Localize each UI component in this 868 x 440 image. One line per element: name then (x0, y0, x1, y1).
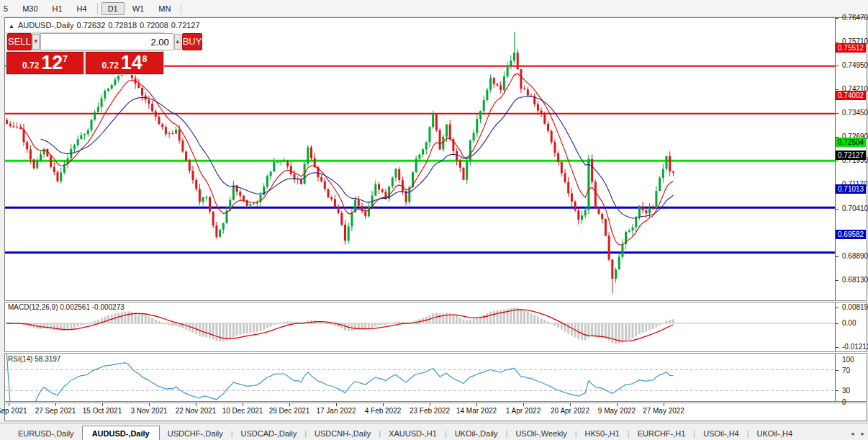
chart-tab-eurchfh1[interactable]: EURCHF-,H1 (630, 426, 694, 440)
level-price-badge: 0.69582 (836, 230, 866, 239)
buy-price-point: 8 (143, 54, 148, 64)
date-tick (570, 403, 571, 406)
price-tick-label: 0.76470 (842, 14, 868, 22)
buy-price-display[interactable]: 0.72148 (86, 52, 163, 74)
rsi-panel[interactable] (5, 354, 835, 401)
timeframe-w1[interactable]: W1 (126, 2, 151, 15)
sell-price-base: 0.72 (22, 60, 39, 71)
price-tick-label: 0.74950 (842, 61, 868, 69)
buy-button[interactable]: BUY (182, 33, 203, 50)
price-tick (836, 256, 838, 257)
timeframe-mn[interactable]: MN (152, 2, 177, 15)
volume-decrease-button[interactable]: ▼ (32, 34, 40, 50)
date-label: 22 Nov 2021 (176, 407, 217, 415)
chart-tab-usoilh4[interactable]: USOil-,H4 (695, 426, 747, 440)
date-tick (289, 403, 290, 406)
timeframe-h1[interactable]: H1 (46, 2, 69, 15)
chart-tab-usdcnhdaily[interactable]: USDCNH-,Daily (307, 426, 379, 440)
price-tick (836, 66, 838, 66)
price-tick (836, 89, 838, 90)
chart-tab-hk50h1[interactable]: HK50-,H1 (577, 426, 628, 440)
rsi-tick-label: 100 (842, 356, 854, 364)
panel-splitter[interactable] (4, 401, 867, 403)
timeframe-h4[interactable]: H4 (71, 2, 94, 15)
price-tick (836, 113, 838, 114)
timeframe-d1[interactable]: D1 (101, 2, 125, 15)
date-tick (476, 403, 477, 406)
macd-tick (836, 307, 838, 308)
date-label: 17 Jan 2022 (316, 407, 356, 415)
date-tick (149, 403, 150, 406)
macd-tick-label: -0.01212 (842, 343, 868, 351)
date-label: 27 Sep 2021 (35, 407, 76, 415)
price-axis-line (835, 17, 836, 403)
toolbar-separator (181, 3, 181, 14)
date-label: 9 May 2022 (598, 407, 636, 415)
ohlc-open: 0.72632 (77, 21, 106, 30)
level-price-badge: 0.71013 (836, 184, 866, 194)
price-tick-label: 0.68130 (842, 276, 868, 284)
level-price-badge: 0.75512 (836, 43, 866, 53)
price-tick-label: 0.73450 (842, 109, 868, 117)
rsi-label: RSI(14) 58.3197 (8, 355, 60, 363)
ohlc-high: 0.72818 (108, 21, 137, 30)
toolbar-separator (97, 3, 98, 14)
chart-tab-audusddaily[interactable]: AUDUSD-,Daily (82, 426, 160, 440)
date-label: 20 Apr 2022 (551, 407, 589, 415)
sell-price-pips: 12 (41, 53, 63, 73)
date-label: 15 Oct 2021 (83, 407, 122, 415)
macd-tick (836, 323, 838, 324)
current-price-badge: 0.72127 (836, 151, 866, 160)
date-label: 29 Dec 2021 (269, 407, 310, 415)
ohlc-close: 0.72127 (171, 21, 200, 30)
sell-button[interactable]: SELL (7, 33, 32, 50)
price-tick-label: 0.68890 (842, 252, 868, 260)
chart-tab-xauusdh1[interactable]: XAUUSD-,H1 (381, 426, 445, 440)
chart-ohlc-header: ▲AUDUSD-,Daily0.726320.728180.720080.721… (9, 21, 203, 30)
collapse-triangle-icon[interactable]: ▲ (9, 23, 14, 30)
chart-title: AUDUSD-,Daily (18, 21, 74, 30)
date-label: 8 Sep 2021 (0, 407, 27, 415)
date-label: 4 Feb 2022 (365, 407, 402, 415)
date-label: 3 Nov 2021 (130, 407, 167, 415)
volume-input[interactable] (40, 33, 173, 50)
macd-label: MACD(12,26,9) 0.002561 -0.000273 (8, 303, 125, 311)
chart-tab-usdchfdaily[interactable]: USDCHF-,Daily (160, 426, 231, 440)
rsi-tick-label: 70 (842, 367, 850, 374)
date-tick (664, 403, 664, 406)
date-tick (102, 403, 103, 406)
arrow-up-icon: ▲ (175, 38, 181, 45)
tab-scroll-buttons: ◂ ▸ (849, 429, 866, 438)
date-tick (336, 403, 337, 406)
chart-tab-usoilweekly[interactable]: USOil-,Weekly (507, 426, 574, 440)
level-price-badge: 0.72504 (836, 138, 866, 147)
sell-price-display[interactable]: 0.72127 (6, 52, 83, 74)
chart-tab-eurusddaily[interactable]: EURUSD-,Daily (10, 426, 82, 440)
timeframe-5[interactable]: 5 (0, 2, 14, 15)
date-tick (430, 403, 430, 406)
volume-increase-button[interactable]: ▲ (174, 34, 181, 50)
rsi-tick (836, 370, 838, 371)
macd-panel[interactable] (5, 302, 835, 351)
chart-tab-ukoilh4[interactable]: UKOil-,H4 (749, 426, 801, 440)
chart-tab-usdcaddaily[interactable]: USDCAD-,Daily (233, 426, 305, 440)
scroll-left-icon[interactable]: ◂ (849, 429, 856, 438)
chart-tab-ukoildaily[interactable]: UKOil-,Daily (447, 426, 506, 440)
rsi-tick-label: 0 (842, 398, 846, 406)
rsi-tick-label: 30 (842, 387, 850, 395)
scroll-right-icon[interactable]: ▸ (859, 429, 866, 438)
macd-tick (836, 347, 838, 348)
price-tick (836, 161, 838, 161)
timeframe-toolbar: 5M30H1H4D1W1MN (0, 0, 868, 17)
sell-price-point: 7 (63, 54, 68, 64)
date-tick (9, 403, 9, 406)
ohlc-low: 0.72008 (140, 21, 168, 30)
price-tick (836, 280, 838, 281)
date-label: 23 Feb 2022 (410, 407, 450, 415)
level-price-badge: 0.74002 (836, 91, 866, 100)
date-tick (243, 403, 243, 406)
chart-tab-bar: EURUSD-,DailyAUDUSD-,DailyUSDCHF-,Daily|… (0, 423, 868, 440)
timeframe-m30[interactable]: M30 (16, 2, 44, 15)
date-tick (196, 403, 196, 406)
date-label: 27 May 2022 (643, 407, 684, 415)
